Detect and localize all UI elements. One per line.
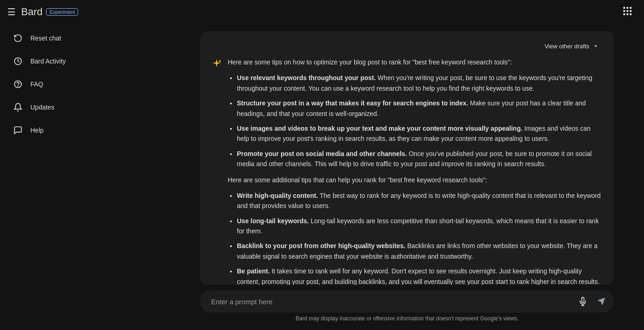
add-tip-4: Be patient. It takes time to rank well f…: [237, 266, 603, 285]
chat-container: View other drafts Here are: [200, 31, 614, 330]
reset-chat-icon: [13, 33, 23, 43]
send-icon: [597, 297, 606, 306]
sidebar-item-help-label: Help: [30, 127, 44, 134]
send-button[interactable]: [594, 294, 609, 309]
svg-rect-3: [623, 10, 625, 12]
sidebar-item-bard-activity[interactable]: Bard Activity: [4, 51, 167, 72]
microphone-button[interactable]: [575, 294, 590, 309]
content-area: View other drafts Here are: [170, 24, 644, 330]
menu-icon[interactable]: ☰: [7, 6, 16, 17]
sidebar-item-faq[interactable]: FAQ: [4, 74, 167, 95]
tip-item-1: Use relevant keywords throughout your po…: [237, 73, 603, 93]
svg-rect-0: [623, 7, 625, 9]
faq-icon: [13, 79, 23, 89]
response-text: Here are some tips on how to optimize yo…: [228, 57, 603, 285]
view-drafts-button[interactable]: View other drafts: [541, 41, 603, 52]
sidebar-item-updates-label: Updates: [30, 104, 54, 111]
sidebar-item-updates[interactable]: Updates: [4, 97, 167, 118]
tip-item-2: Structure your post in a way that makes …: [237, 98, 603, 119]
input-area: Bard may display inaccurate or offensive…: [200, 285, 614, 330]
tip-3-bold: Use images and videos to break up your t…: [237, 125, 523, 132]
sidebar-item-reset-chat[interactable]: Reset chat: [4, 28, 167, 49]
svg-rect-1: [627, 7, 628, 9]
tip-item-3: Use images and videos to break up your t…: [237, 123, 603, 144]
sidebar-item-help[interactable]: Help: [4, 120, 167, 141]
sidebar-item-bard-activity-label: Bard Activity: [30, 58, 66, 65]
add-tip-1-bold: Write high-quality content.: [237, 192, 318, 199]
tip-4-bold: Promote your post on social media and ot…: [237, 150, 407, 157]
microphone-icon: [578, 297, 587, 306]
topbar: ☰ Bard Experiment: [0, 0, 644, 24]
tips-list: Use relevant keywords throughout your po…: [237, 73, 603, 169]
topbar-right: [618, 2, 637, 23]
bard-activity-icon: [13, 56, 23, 66]
experiment-badge: Experiment: [46, 8, 78, 16]
apps-icon[interactable]: [618, 2, 637, 23]
tip-1-bold: Use relevant keywords throughout your po…: [237, 74, 376, 81]
svg-rect-6: [623, 13, 625, 15]
svg-rect-8: [630, 13, 632, 15]
response-intro: Here are some tips on how to optimize yo…: [228, 57, 603, 67]
add-tip-3: Backlink to your post from other high-qu…: [237, 241, 603, 261]
add-tip-3-bold: Backlink to your post from other high-qu…: [237, 242, 405, 249]
add-tip-2: Use long-tail keywords. Long-tail keywor…: [237, 216, 603, 237]
svg-rect-7: [627, 13, 628, 15]
topbar-left: ☰ Bard Experiment: [7, 6, 78, 18]
svg-rect-4: [627, 10, 628, 12]
brand: Bard Experiment: [21, 6, 78, 18]
bard-star-icon: [211, 58, 222, 285]
add-tip-4-bold: Be patient.: [237, 267, 270, 275]
chevron-down-icon: [592, 42, 599, 50]
sidebar: Reset chat Bard Activity FAQ: [0, 24, 170, 330]
help-icon: [13, 125, 23, 135]
prompt-input[interactable]: [211, 298, 572, 306]
disclaimer-text: Bard may display inaccurate or offensive…: [200, 313, 614, 326]
svg-rect-2: [630, 7, 632, 9]
response-card[interactable]: View other drafts Here are: [200, 31, 614, 285]
sidebar-item-faq-label: FAQ: [30, 81, 43, 88]
tip-2-bold: Structure your post in a way that makes …: [237, 99, 468, 107]
brand-name: Bard: [21, 6, 42, 18]
tip-item-4: Promote your post on social media and ot…: [237, 149, 603, 169]
add-tip-1: Write high-quality content. The best way…: [237, 191, 603, 211]
view-drafts-label: View other drafts: [545, 43, 589, 50]
response-content: Here are some tips on how to optimize yo…: [211, 57, 603, 285]
input-wrapper: [200, 290, 614, 313]
additional-intro: Here are some additional tips that can h…: [228, 175, 603, 185]
main-layout: Reset chat Bard Activity FAQ: [0, 24, 644, 330]
card-header: View other drafts: [211, 41, 603, 52]
add-tip-2-bold: Use long-tail keywords.: [237, 217, 309, 225]
sidebar-item-reset-chat-label: Reset chat: [30, 35, 61, 42]
svg-rect-5: [630, 10, 632, 12]
updates-icon: [13, 102, 23, 112]
additional-tips-list: Write high-quality content. The best way…: [237, 191, 603, 285]
